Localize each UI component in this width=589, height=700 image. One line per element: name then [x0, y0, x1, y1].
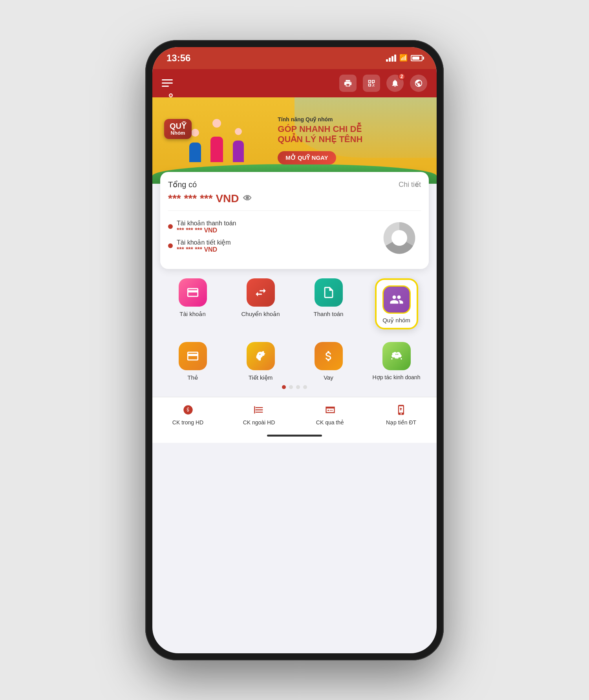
balance-detail-link[interactable]: Chi tiết: [399, 180, 421, 189]
the-label: Thẻ: [187, 374, 198, 381]
pie-chart: [378, 216, 421, 261]
tai-khoan-icon: [179, 278, 207, 307]
hop-tac-label: Hợp tác kinh doanh: [373, 374, 421, 380]
action-the[interactable]: Thẻ: [160, 342, 225, 381]
payment-dot: [168, 224, 173, 229]
ck-qua-the-label: CK qua thẻ: [316, 419, 344, 426]
toggle-visibility-icon[interactable]: 👁: [243, 194, 252, 204]
support-icon-button[interactable]: [410, 75, 427, 92]
tiet-kiem-label: Tiết kiệm: [249, 374, 273, 381]
phone-screen: 13:56 📶: [152, 47, 437, 653]
action-vay[interactable]: Vay: [296, 342, 361, 381]
page-dot-2[interactable]: [289, 385, 293, 389]
banner-big-title1: GÓP NHANH CHI DỄ: [278, 124, 429, 134]
printer-icon-button[interactable]: [339, 75, 357, 92]
savings-account-amount: *** *** *** VND: [177, 246, 231, 253]
tiet-kiem-icon: [247, 342, 275, 370]
action-chuyen-khoan[interactable]: Chuyển khoản: [228, 278, 293, 329]
wifi-icon: 📶: [399, 54, 408, 62]
banner-button[interactable]: MỞ QUỸ NGAY: [278, 151, 336, 164]
action-thanh-toan[interactable]: Thanh toán: [296, 278, 361, 329]
content-section: Tổng có Chi tiết *** *** *** VND 👁: [152, 172, 437, 443]
balance-amount: *** *** *** VND: [168, 192, 239, 205]
quy-nhom-label: Quỹ nhóm: [382, 317, 410, 324]
ck-ngoai-hd-label: CK ngoài HD: [243, 419, 275, 426]
banner-quy-label: QUỸ: [170, 122, 186, 130]
svg-rect-3: [254, 406, 255, 413]
banner-nhom-label: Nhóm: [170, 130, 186, 136]
page-dot-3[interactable]: [296, 385, 300, 389]
savings-dot: [168, 243, 173, 248]
quick-actions-row1: Tài khoản Chuyển khoản: [152, 269, 437, 329]
svg-point-1: [391, 230, 407, 246]
nap-tien-dt-icon: [393, 403, 409, 417]
chuyen-khoan-icon: [247, 278, 275, 307]
page-dot-4[interactable]: [303, 385, 307, 389]
signal-icon: [386, 55, 396, 62]
vay-label: Vay: [324, 374, 333, 381]
menu-button[interactable]: [162, 79, 173, 87]
nap-tien-dt-label: Nạp tiền ĐT: [386, 419, 416, 426]
chuyen-khoan-label: Chuyển khoản: [241, 311, 280, 318]
nav-bar-wrapper: 2: [152, 69, 437, 97]
nav-bar: 2: [152, 69, 437, 97]
scrollable-content: QUỸ Nhóm Tính năng Quỹ nhóm GÓP NHANH CH…: [152, 97, 437, 443]
vay-icon: [315, 342, 343, 370]
ck-qua-the-icon: [322, 403, 338, 417]
qr-icon-button[interactable]: [363, 75, 380, 92]
balance-item-savings: Tài khoản tiết kiệm *** *** *** VND: [168, 239, 378, 253]
ck-trong-hd-icon: [180, 403, 196, 417]
balance-card: Tổng có Chi tiết *** *** *** VND 👁: [160, 172, 429, 269]
payment-account-label: Tài khoản thanh toán: [177, 219, 236, 227]
ck-trong-hd-label: CK trong HD: [172, 419, 203, 426]
savings-account-label: Tài khoản tiết kiệm: [177, 239, 231, 246]
nav-icons: 2: [339, 75, 427, 92]
banner-big-title2: QUẢN LÝ NHẸ TÊNH: [278, 134, 429, 144]
banner[interactable]: QUỸ Nhóm Tính năng Quỹ nhóm GÓP NHANH CH…: [152, 97, 437, 184]
svg-rect-4: [327, 410, 329, 411]
nav-nap-tien-dt[interactable]: Nạp tiền ĐT: [366, 403, 437, 426]
quy-nhom-icon: [382, 285, 411, 314]
ck-ngoai-hd-icon: [251, 403, 267, 417]
status-bar: 13:56 📶: [152, 47, 437, 69]
nav-ck-trong-hd[interactable]: CK trong HD: [152, 403, 223, 426]
banner-small-title: Tính năng Quỹ nhóm: [278, 116, 429, 122]
action-quy-nhom[interactable]: Quỹ nhóm: [364, 278, 429, 329]
action-tiet-kiem[interactable]: Tiết kiệm: [228, 342, 293, 381]
action-hop-tac[interactable]: Hợp tác kinh doanh: [364, 342, 429, 381]
page-dots: [152, 381, 437, 397]
nav-ck-qua-the[interactable]: CK qua thẻ: [294, 403, 366, 426]
payment-account-amount: *** *** *** VND: [177, 227, 236, 234]
thanh-toan-icon: [315, 278, 343, 307]
balance-label: Tổng có: [168, 180, 197, 189]
status-time: 13:56: [166, 53, 190, 64]
hop-tac-icon: [382, 342, 411, 370]
svg-rect-5: [330, 410, 331, 411]
tai-khoan-label: Tài khoản: [179, 311, 206, 318]
bottom-nav: CK trong HD CK ngoài HD CK qua thẻ: [152, 397, 437, 429]
quick-actions-row2: Thẻ Tiết kiệm: [152, 329, 437, 381]
home-bar: [267, 435, 322, 437]
the-icon: [179, 342, 207, 370]
bell-icon-button[interactable]: 2: [386, 75, 404, 92]
menu-notification-dot: [169, 93, 173, 97]
nav-ck-ngoai-hd[interactable]: CK ngoài HD: [223, 403, 294, 426]
divider: [168, 210, 421, 211]
notification-badge: 2: [398, 73, 405, 80]
page-dot-1[interactable]: [282, 385, 286, 389]
status-icons: 📶: [386, 54, 423, 62]
balance-items: Tài khoản thanh toán *** *** *** VND Tài…: [168, 219, 378, 258]
phone-frame: 13:56 📶: [145, 40, 444, 660]
svg-rect-6: [331, 410, 332, 411]
balance-item-payment: Tài khoản thanh toán *** *** *** VND: [168, 219, 378, 234]
battery-icon: [411, 55, 423, 61]
thanh-toan-label: Thanh toán: [314, 311, 344, 317]
home-indicator: [152, 429, 437, 443]
action-tai-khoan[interactable]: Tài khoản: [160, 278, 225, 329]
